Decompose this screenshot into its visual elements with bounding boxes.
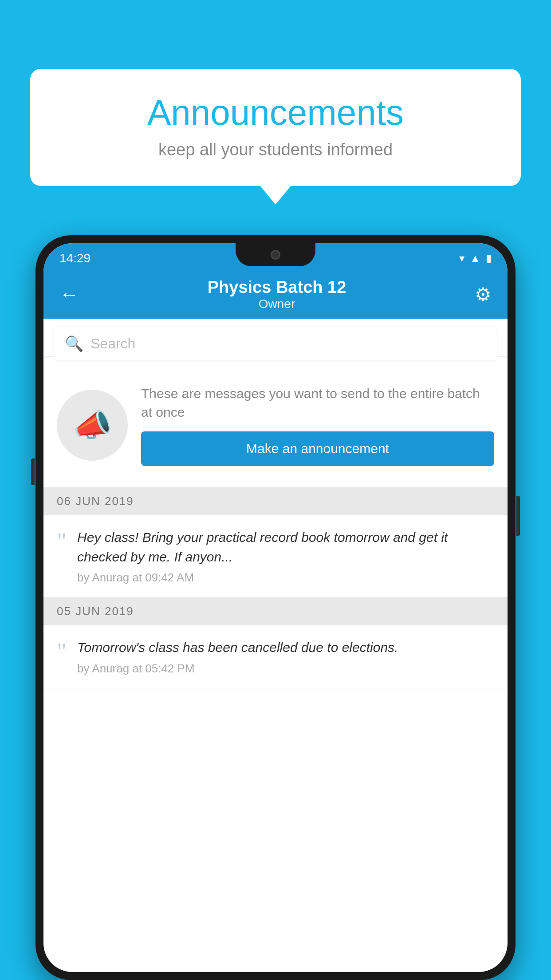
announcement-by-2: by Anurag at 05:42 PM [77, 662, 494, 676]
top-bar: ← Physics Batch 12 Owner ⚙ [43, 270, 508, 319]
user-role: Owner [208, 297, 346, 311]
content-area: 🔍 Search 📣 These are messages you want t… [43, 319, 508, 972]
announcement-item-1[interactable]: " Hey class! Bring your practical record… [43, 515, 508, 597]
phone-container: 14:29 ▾ ▲ ▮ ← Physics Batch 12 Owner ⚙ [35, 235, 516, 980]
search-icon: 🔍 [65, 335, 83, 352]
megaphone-circle: 📣 [57, 390, 128, 461]
announcement-item-2[interactable]: " Tomorrow's class has been cancelled du… [43, 625, 508, 688]
promo-card: 📣 These are messages you want to send to… [43, 368, 508, 482]
power-button [516, 496, 520, 536]
speech-bubble-container: Announcements keep all your students inf… [30, 69, 521, 186]
announcement-by-1: by Anurag at 09:42 AM [77, 571, 494, 585]
phone-notch [236, 243, 315, 266]
battery-icon: ▮ [486, 252, 492, 265]
quote-icon-1: " [57, 530, 67, 553]
volume-button [31, 458, 35, 485]
speech-bubble-subtitle: keep all your students informed [57, 140, 494, 159]
wifi-icon: ▾ [459, 252, 464, 265]
quote-icon-2: " [57, 640, 67, 664]
make-announcement-button[interactable]: Make an announcement [141, 431, 494, 466]
status-icons: ▾ ▲ ▮ [459, 252, 492, 265]
signal-icon: ▲ [470, 252, 480, 265]
announcement-text-1: Hey class! Bring your practical record b… [77, 528, 494, 585]
date-divider-1: 06 JUN 2019 [43, 487, 508, 515]
date-divider-2: 05 JUN 2019 [43, 597, 508, 625]
megaphone-icon: 📣 [73, 407, 112, 443]
phone-screen: 14:29 ▾ ▲ ▮ ← Physics Batch 12 Owner ⚙ [43, 243, 508, 972]
announcement-message-2: Tomorrow's class has been cancelled due … [77, 638, 494, 657]
settings-icon[interactable]: ⚙ [475, 284, 492, 305]
search-bar[interactable]: 🔍 Search [54, 327, 497, 360]
announcement-text-2: Tomorrow's class has been cancelled due … [77, 638, 494, 676]
phone-outer: 14:29 ▾ ▲ ▮ ← Physics Batch 12 Owner ⚙ [35, 235, 516, 980]
front-camera [271, 250, 280, 260]
speech-bubble: Announcements keep all your students inf… [30, 69, 521, 186]
speech-bubble-title: Announcements [57, 93, 494, 132]
top-bar-title-group: Physics Batch 12 Owner [208, 278, 346, 311]
search-placeholder: Search [91, 336, 135, 352]
batch-title: Physics Batch 12 [208, 278, 346, 297]
announcement-message-1: Hey class! Bring your practical record b… [77, 528, 494, 566]
status-time: 14:29 [59, 251, 91, 265]
promo-description: These are messages you want to send to t… [141, 384, 494, 422]
promo-content: These are messages you want to send to t… [141, 384, 494, 466]
back-button[interactable]: ← [59, 283, 79, 305]
